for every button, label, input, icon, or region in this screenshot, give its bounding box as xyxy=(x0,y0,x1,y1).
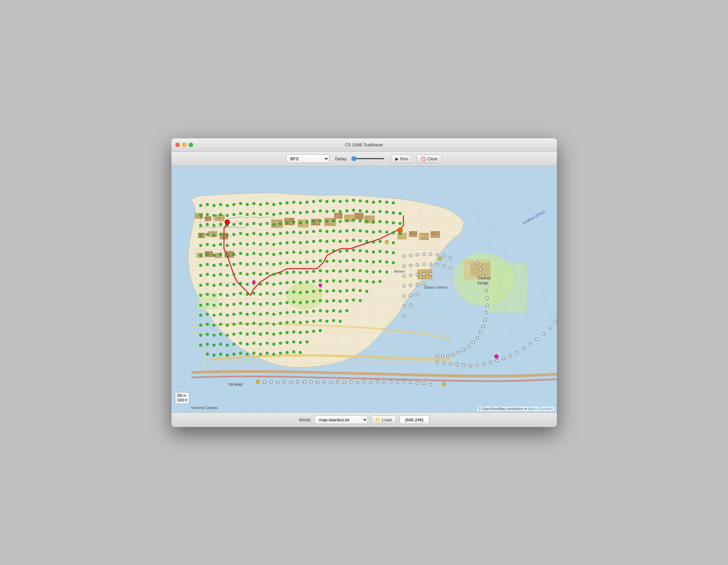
svg-point-378 xyxy=(199,304,202,307)
load-button[interactable]: 📁 Load xyxy=(371,415,396,424)
svg-point-455 xyxy=(246,333,249,336)
svg-point-525 xyxy=(443,255,445,257)
svg-point-93 xyxy=(272,203,275,206)
svg-point-323 xyxy=(385,271,388,273)
svg-point-306 xyxy=(272,273,275,276)
svg-point-282 xyxy=(312,260,315,263)
svg-point-350 xyxy=(372,281,375,283)
map-container[interactable]: Yenikapi Kennedy Caddesi Station Sirkeci… xyxy=(171,166,557,412)
svg-point-449 xyxy=(206,333,209,336)
svg-point-286 xyxy=(339,260,342,263)
svg-point-412 xyxy=(259,313,262,316)
svg-point-441 xyxy=(299,321,302,324)
svg-point-500 xyxy=(479,268,482,271)
svg-point-483 xyxy=(306,341,308,343)
svg-point-340 xyxy=(306,281,308,283)
svg-point-549 xyxy=(403,315,405,317)
svg-point-313 xyxy=(319,269,322,272)
svg-point-336 xyxy=(279,282,282,285)
svg-point-585 xyxy=(496,359,498,362)
svg-point-344 xyxy=(332,279,335,282)
svg-point-552 xyxy=(276,381,279,384)
svg-point-377 xyxy=(365,290,368,293)
svg-point-567 xyxy=(376,381,379,383)
svg-point-403 xyxy=(199,314,202,317)
svg-point-127 xyxy=(299,211,302,214)
svg-point-481 xyxy=(292,341,295,343)
svg-point-516 xyxy=(447,355,449,357)
svg-point-572 xyxy=(409,381,412,384)
svg-point-227 xyxy=(346,239,348,242)
clear-button[interactable]: 🚫 Clear xyxy=(416,154,442,163)
svg-point-511 xyxy=(472,341,474,344)
svg-point-296 xyxy=(206,273,209,276)
close-button[interactable] xyxy=(175,143,180,147)
svg-point-271 xyxy=(239,262,242,265)
svg-point-263 xyxy=(385,251,388,253)
svg-point-594 xyxy=(554,320,557,323)
svg-point-564 xyxy=(356,381,359,384)
algorithm-select[interactable]: BFS DFS Dijkstra A* xyxy=(286,154,329,163)
svg-point-247 xyxy=(279,252,282,255)
svg-point-274 xyxy=(259,263,262,266)
svg-point-120 xyxy=(253,212,255,215)
svg-point-514 xyxy=(457,351,460,354)
svg-point-546 xyxy=(416,293,419,296)
svg-point-278 xyxy=(286,261,288,264)
svg-point-84 xyxy=(213,204,215,207)
svg-point-246 xyxy=(272,253,275,256)
svg-point-253 xyxy=(319,249,322,252)
svg-point-182 xyxy=(253,232,255,235)
svg-point-217 xyxy=(279,242,282,245)
svg-point-490 xyxy=(246,353,249,356)
donation-link[interactable]: Make a Donation xyxy=(528,407,553,411)
svg-point-153 xyxy=(266,222,268,225)
svg-point-545 xyxy=(409,294,412,297)
svg-point-210 xyxy=(233,243,235,246)
svg-point-103 xyxy=(339,200,342,203)
svg-point-113 xyxy=(206,213,209,216)
svg-point-157 xyxy=(292,221,295,223)
svg-point-457 xyxy=(259,333,262,336)
svg-point-83 xyxy=(206,203,209,206)
svg-point-200 xyxy=(372,231,375,233)
svg-point-368 xyxy=(306,291,308,293)
minimize-button[interactable] xyxy=(182,143,186,147)
svg-point-472 xyxy=(233,343,235,346)
svg-point-473 xyxy=(239,342,242,345)
svg-point-173 xyxy=(399,222,401,225)
svg-point-151 xyxy=(253,222,255,225)
delay-slider[interactable] xyxy=(351,158,384,159)
svg-point-284 xyxy=(326,260,328,263)
svg-point-423 xyxy=(332,309,335,312)
svg-point-136 xyxy=(359,209,362,212)
svg-point-222 xyxy=(312,240,315,243)
svg-point-310 xyxy=(299,271,302,274)
svg-point-379 xyxy=(206,303,209,306)
svg-point-302 xyxy=(246,273,249,276)
svg-point-493 xyxy=(266,352,268,355)
coordinates-display: (646,246) xyxy=(399,415,429,424)
svg-point-224 xyxy=(326,240,328,243)
svg-point-548 xyxy=(409,304,412,307)
svg-point-219 xyxy=(292,241,295,243)
svg-point-475 xyxy=(253,342,255,345)
svg-point-395 xyxy=(312,300,315,303)
svg-point-497 xyxy=(292,351,295,353)
svg-point-347 xyxy=(352,279,355,281)
svg-point-353 xyxy=(206,293,209,296)
svg-point-345 xyxy=(339,280,342,282)
svg-point-304 xyxy=(259,273,262,276)
run-button[interactable]: ▶ Run xyxy=(391,154,412,163)
svg-point-569 xyxy=(389,381,392,383)
svg-point-170 xyxy=(379,220,381,223)
statusbar: World: map-istanbul.txt map-simple.txt m… xyxy=(171,412,557,427)
svg-point-89 xyxy=(246,203,249,206)
world-select[interactable]: map-istanbul.txt map-simple.txt map-usa.… xyxy=(315,415,368,424)
svg-point-544 xyxy=(403,295,405,297)
svg-point-149 xyxy=(239,222,242,225)
svg-point-203 xyxy=(392,231,395,234)
svg-point-510 xyxy=(476,337,478,339)
maximize-button[interactable] xyxy=(189,143,193,147)
svg-rect-23 xyxy=(334,213,343,219)
